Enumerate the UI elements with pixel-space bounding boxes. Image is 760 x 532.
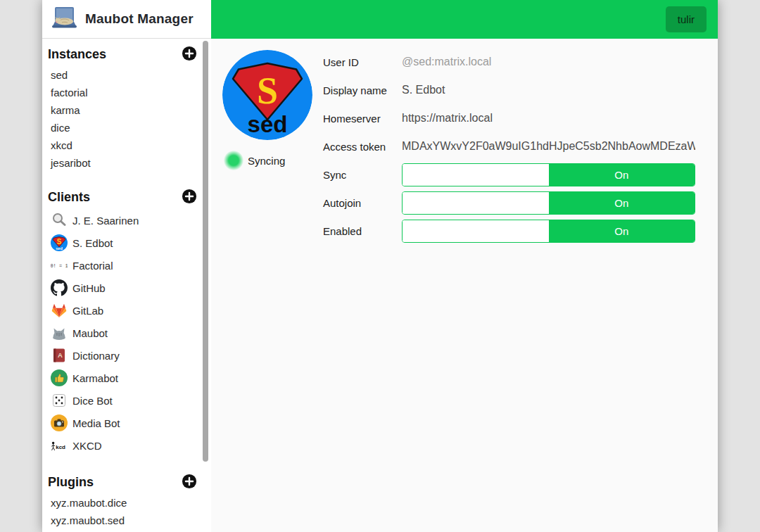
user-menu-button[interactable]: tulir <box>666 6 707 32</box>
toggle-label-autojoin: Autojoin <box>323 197 402 209</box>
sidebar-scrollbar[interactable] <box>203 41 208 462</box>
add-plugins-button[interactable] <box>182 474 197 491</box>
toggle-state-label: On <box>614 197 628 209</box>
toggle-row-autojoin: AutojoinOn <box>323 189 695 217</box>
field-row-user-id: User ID <box>323 48 695 76</box>
camera-avatar-icon <box>51 414 68 431</box>
app-title: Maubot Manager <box>85 11 194 27</box>
sidebar-item-label: xyz.maubot.dice <box>51 497 127 509</box>
client-details-panel: S sed Syncing User IDDisplay nameHomeser… <box>211 39 718 532</box>
svg-text:sed: sed <box>248 111 288 137</box>
instances-item-factorial[interactable]: factorial <box>51 84 211 101</box>
app-header: Maubot Manager tulir <box>42 0 718 39</box>
sync-toggle-on-half[interactable]: On <box>549 164 695 186</box>
instances-item-xkcd[interactable]: xkcd <box>51 137 211 154</box>
sidebar-item-label: Dictionary <box>72 350 120 362</box>
display-name-input[interactable] <box>402 84 695 96</box>
sidebar-item-label: GitLab <box>72 305 103 317</box>
sidebar-item-label: dice <box>51 122 70 134</box>
sync-toggle[interactable]: On <box>402 163 695 186</box>
maubot-cat-avatar-icon <box>51 324 68 341</box>
clients-item-github[interactable]: GitHub <box>51 277 211 299</box>
toggle-row-sync: SyncOn <box>323 160 695 189</box>
svg-text:kcd: kcd <box>56 443 65 450</box>
sync-toggle-off-half[interactable] <box>403 164 549 186</box>
sidebar-item-label: Factorial <box>72 260 113 272</box>
sidebar-item-label: Media Bot <box>72 417 120 429</box>
field-row-access-token: Access token <box>323 132 695 160</box>
autojoin-toggle-off-half[interactable] <box>403 192 549 214</box>
clients-item-factorial[interactable]: 0! = 1Factorial <box>51 254 211 277</box>
clients-item-dictionary[interactable]: ADictionary <box>51 344 211 367</box>
access-token-input[interactable] <box>402 140 695 153</box>
sidebar-item-label: XKCD <box>72 440 102 452</box>
section-title-plugins: Plugins <box>48 475 94 490</box>
sync-status-label: Syncing <box>248 155 285 167</box>
autojoin-toggle-on-half[interactable]: On <box>549 192 695 214</box>
field-label-user-id: User ID <box>323 56 402 68</box>
clients-item-j-e-saarinen[interactable]: J. E. Saarinen <box>51 209 211 232</box>
clients-item-maubot[interactable]: Maubot <box>51 322 211 344</box>
svg-text:A: A <box>58 351 63 359</box>
sidebar-item-label: karma <box>51 104 80 116</box>
sed-superman-avatar[interactable]: S sed <box>222 50 312 140</box>
add-instances-button[interactable] <box>182 46 197 63</box>
maubot-cat-laptop-icon <box>50 6 78 32</box>
user-id-input <box>402 56 695 68</box>
clients-item-gitlab[interactable]: GitLab <box>51 299 211 322</box>
clients-item-s-edbot[interactable]: SsedS. Edbot <box>51 232 211 254</box>
brand: Maubot Manager <box>42 0 211 39</box>
toggle-label-enabled: Enabled <box>323 225 402 237</box>
sidebar-item-label: Karmabot <box>72 372 118 384</box>
sidebar-section-instances: Instancessedfactorialkarmadicexkcdjesari… <box>42 46 211 172</box>
section-title-clients: Clients <box>48 190 90 205</box>
enabled-toggle[interactable]: On <box>402 220 695 243</box>
clients-item-media-bot[interactable]: Media Bot <box>51 412 211 434</box>
xkcd-avatar-icon: kcd <box>51 437 68 454</box>
plugins-item-xyz-maubot-dice[interactable]: xyz.maubot.dice <box>51 494 211 512</box>
plus-icon <box>182 474 197 491</box>
clients-item-xkcd[interactable]: kcdXKCD <box>51 434 211 457</box>
sed-avatar-icon: Ssed <box>51 234 68 251</box>
plus-icon <box>182 189 197 206</box>
sidebar-item-label: factorial <box>51 87 88 99</box>
app-body: Instancessedfactorialkarmadicexkcdjesari… <box>42 39 718 532</box>
svg-text:S: S <box>257 70 278 112</box>
topbar: tulir <box>211 0 718 39</box>
dictionary-book-avatar-icon: A <box>51 347 68 364</box>
sidebar-item-label: J. E. Saarinen <box>72 215 139 227</box>
sidebar: Instancessedfactorialkarmadicexkcdjesari… <box>42 39 211 532</box>
plugins-item-xyz-maubot-sed[interactable]: xyz.maubot.sed <box>51 512 211 529</box>
factorial-avatar-icon: 0! = 1 <box>51 257 68 274</box>
toggle-row-enabled: EnabledOn <box>323 217 695 245</box>
sidebar-section-plugins: Pluginsxyz.maubot.dicexyz.maubot.sed <box>42 474 211 529</box>
sidebar-item-label: Dice Bot <box>72 395 113 407</box>
enabled-toggle-on-half[interactable]: On <box>549 220 695 242</box>
toggle-state-label: On <box>614 169 628 181</box>
sidebar-item-label: xyz.maubot.sed <box>51 514 125 526</box>
clients-item-karmabot[interactable]: Karmabot <box>51 367 211 389</box>
sync-status-dot <box>224 151 243 170</box>
field-label-access-token: Access token <box>323 141 402 153</box>
sidebar-item-label: GitHub <box>72 282 106 294</box>
sidebar-section-clients: ClientsJ. E. SaarinenSsedS. Edbot0! = 1F… <box>42 189 211 457</box>
sync-status: Syncing <box>224 151 312 170</box>
instances-item-dice[interactable]: dice <box>51 119 211 137</box>
github-avatar-icon <box>51 279 68 296</box>
maubot-manager-window: Maubot Manager tulir Instancessedfactori… <box>42 0 718 532</box>
homeserver-input[interactable] <box>402 112 695 125</box>
clients-item-dice-bot[interactable]: Dice Bot <box>51 389 211 412</box>
enabled-toggle-off-half[interactable] <box>403 220 549 242</box>
autojoin-toggle[interactable]: On <box>402 191 695 215</box>
instances-item-karma[interactable]: karma <box>51 101 211 119</box>
add-clients-button[interactable] <box>182 189 197 206</box>
field-row-homeserver: Homeserver <box>323 104 695 132</box>
instances-item-sed[interactable]: sed <box>51 66 211 84</box>
svg-text:0! = 1: 0! = 1 <box>51 263 68 269</box>
field-label-homeserver: Homeserver <box>323 113 402 125</box>
sidebar-item-label: S. Edbot <box>72 237 113 249</box>
gitlab-avatar-icon <box>51 302 68 319</box>
sidebar-item-label: sed <box>51 69 68 81</box>
sidebar-item-label: jesaribot <box>51 157 91 169</box>
instances-item-jesaribot[interactable]: jesaribot <box>51 154 211 172</box>
